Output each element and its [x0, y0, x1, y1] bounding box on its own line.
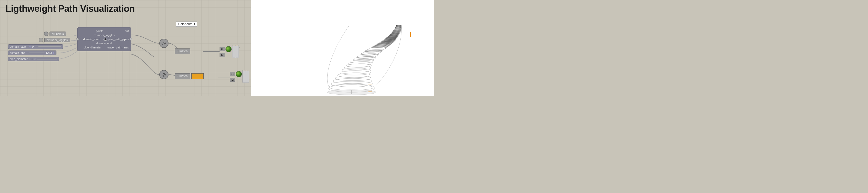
- svg-rect-49: [368, 85, 372, 85]
- g-label-2: G: [230, 72, 235, 76]
- swatch-color-2: [191, 73, 204, 79]
- gm-sphere-1: [225, 46, 231, 52]
- svg-point-1: [105, 38, 106, 40]
- svg-rect-5: [252, 0, 434, 96]
- spiral-icon-2: [161, 71, 167, 78]
- main-node-left-connector: [76, 38, 79, 40]
- eye-icon: [103, 38, 107, 41]
- gm-sphere-2: [236, 71, 242, 77]
- graph-title: Ligthweight Path Visualization: [5, 3, 135, 14]
- main-node-right-connector: [129, 38, 132, 40]
- 3d-visualization: [251, 0, 434, 96]
- domain-end-node: domain_end 1263 ◇: [8, 51, 56, 55]
- gm-teeth-1: [232, 45, 239, 58]
- gm-node-1: G M: [220, 45, 239, 58]
- all-points-node: all_points: [44, 32, 66, 36]
- spiral-node-1[interactable]: [159, 39, 168, 48]
- gm-node-2: G M: [230, 70, 249, 83]
- swatch-button-1[interactable]: Swatch: [175, 49, 190, 54]
- swatch-button-2[interactable]: Swatch: [175, 73, 190, 79]
- g-label-1: G: [220, 47, 225, 51]
- swatch-node-1[interactable]: Swatch: [175, 49, 190, 54]
- domain-start-label: domain_start: [10, 45, 28, 48]
- node-graph: Ligthweight Path Visualization all_: [0, 0, 251, 96]
- color-output-label: Color output: [176, 22, 197, 27]
- extruder-toggles-node: extruder_toggles: [39, 38, 70, 42]
- m-label-1: M: [220, 53, 225, 57]
- svg-rect-51: [410, 32, 411, 37]
- gm-teeth-2: [242, 70, 249, 83]
- swatch-node-2[interactable]: Swatch: [175, 73, 204, 79]
- m-label-2: M: [230, 78, 235, 82]
- viz-panel: [251, 0, 434, 96]
- spiral-node-2[interactable]: [159, 70, 168, 79]
- domain-start-node: domain_start ◇ 0: [8, 44, 63, 49]
- spiral-icon-1: [161, 40, 167, 46]
- svg-point-2: [105, 39, 106, 39]
- main-node: points out extruder_toggles domain_start…: [77, 27, 131, 51]
- pipe-diameter-node: pipe_diameter ○ 3.9: [8, 57, 59, 61]
